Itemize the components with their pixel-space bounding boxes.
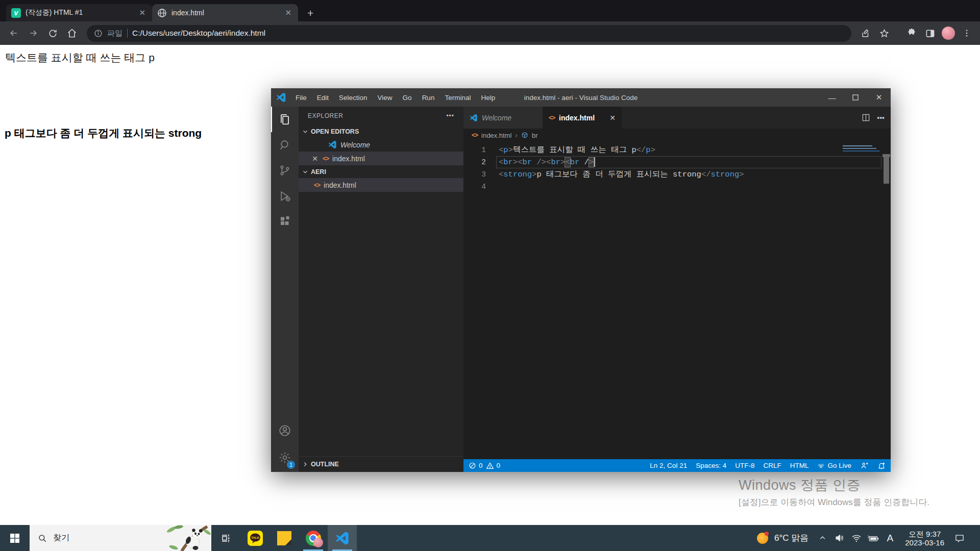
indentation[interactable]: Spaces: 4 [696, 462, 726, 469]
weather-text[interactable]: 6°C 맑음 [774, 532, 808, 544]
run-debug-icon[interactable] [271, 183, 299, 209]
search-icon[interactable] [271, 132, 299, 158]
open-editors-section[interactable]: OPEN EDITORS [299, 125, 463, 138]
address-bar[interactable]: 파일 C:/Users/user/Desktop/aeri/index.html [87, 25, 851, 42]
battery-icon[interactable] [866, 533, 880, 543]
browser-tab-indexhtml[interactable]: index.html ✕ [152, 4, 298, 21]
warnings-indicator[interactable]: 0 [486, 462, 501, 470]
menu-file[interactable]: File [290, 94, 312, 102]
vscode-titlebar[interactable]: File Edit Selection View Go Run Terminal… [271, 88, 891, 107]
editor-tab-indexhtml[interactable]: <> index.html ✕ [543, 107, 622, 129]
tab-close-icon[interactable]: ✕ [283, 8, 293, 17]
go-live-button[interactable]: Go Live [817, 462, 851, 469]
folder-section-aeri[interactable]: AERI [299, 165, 463, 178]
code-line-3[interactable]: 3<strong>p 태그보다 좀 더 두껍게 표시되는 strong</str… [463, 168, 891, 181]
taskbar-search-box[interactable]: 찾기 [30, 525, 211, 551]
bookmark-star-icon[interactable] [876, 25, 892, 41]
settings-gear-icon[interactable]: 1 [271, 443, 299, 472]
code-editor[interactable]: 1<p>텍스트를 표시할 때 쓰는 태그 p</p> 2<br><br /><b… [463, 142, 891, 459]
vscode-window: File Edit Selection View Go Run Terminal… [271, 88, 891, 472]
reload-icon[interactable] [44, 24, 61, 42]
code-line-2[interactable]: 2<br><br /><br><br /> [463, 156, 891, 168]
sticky-notes-button[interactable] [270, 525, 299, 551]
chrome-button[interactable] [299, 525, 328, 551]
browser-menu-kebab-icon[interactable] [959, 25, 975, 41]
svg-text:TALK: TALK [251, 536, 259, 539]
page-paragraph-text: 텍스트를 표시할 때 쓰는 태그 p [5, 51, 155, 65]
menu-edit[interactable]: Edit [312, 94, 334, 102]
browser-toolbar: 파일 C:/Users/user/Desktop/aeri/index.html [0, 21, 980, 45]
wifi-icon[interactable] [849, 533, 863, 543]
windows-activation-watermark: Windows 정품 인증 [설정]으로 이동하여 Windows를 정품 인증… [739, 476, 929, 508]
feedback-icon[interactable] [860, 461, 869, 470]
open-editor-welcome[interactable]: Welcome [299, 138, 463, 152]
close-tab-icon[interactable]: ✕ [609, 114, 616, 122]
open-editor-indexhtml[interactable]: ✕ <> index.html [299, 152, 463, 165]
profile-avatar[interactable] [940, 25, 957, 41]
eol-sequence[interactable]: CRLF [763, 462, 781, 469]
breadcrumb-symbol[interactable]: br [532, 132, 538, 139]
broadcast-icon [817, 462, 825, 469]
outline-section[interactable]: OUTLINE [299, 456, 463, 472]
menu-run[interactable]: Run [417, 94, 440, 102]
forward-icon[interactable] [24, 24, 42, 42]
globe-favicon [157, 8, 167, 18]
hidden-icons-chevron-icon[interactable] [816, 534, 829, 542]
share-icon[interactable] [857, 25, 874, 41]
code-line-4[interactable]: 4 [463, 181, 891, 193]
menu-terminal[interactable]: Terminal [439, 94, 476, 102]
start-button[interactable] [0, 525, 30, 551]
menu-go[interactable]: Go [398, 94, 417, 102]
explorer-icon[interactable] [271, 107, 299, 132]
encoding[interactable]: UTF-8 [735, 462, 754, 469]
close-editor-icon[interactable]: ✕ [311, 155, 319, 163]
info-icon[interactable] [94, 29, 103, 38]
close-icon[interactable]: ✕ [867, 88, 891, 107]
address-url[interactable]: C:/Users/user/Desktop/aeri/index.html [132, 29, 265, 38]
editor-more-actions-icon[interactable]: ••• [877, 114, 885, 122]
task-view-button[interactable] [211, 525, 240, 551]
back-icon[interactable] [5, 24, 22, 42]
tab-close-icon[interactable]: ✕ [137, 8, 147, 17]
menu-help[interactable]: Help [476, 94, 500, 102]
minimize-icon[interactable]: — [820, 88, 844, 107]
file-indexhtml[interactable]: <> index.html [299, 178, 463, 192]
browser-tab-velog[interactable]: v (작성중) HTML #1 ✕ [6, 4, 152, 21]
maximize-icon[interactable] [844, 88, 867, 107]
line-number: 4 [463, 181, 499, 193]
code-line-1[interactable]: 1<p>텍스트를 표시할 때 쓰는 태그 p</p> [463, 144, 891, 156]
kakaotalk-button[interactable]: TALK [240, 525, 270, 551]
editor-scrollbar[interactable] [884, 157, 889, 184]
weather-sun-icon[interactable] [757, 533, 768, 544]
minimap[interactable] [843, 145, 879, 153]
menu-selection[interactable]: Selection [334, 94, 373, 102]
extensions-icon[interactable] [271, 209, 299, 234]
side-panel-icon[interactable] [922, 25, 938, 41]
extensions-puzzle-icon[interactable] [903, 25, 920, 41]
errors-indicator[interactable]: 0 [469, 462, 483, 469]
vscode-logo-icon [276, 92, 286, 103]
ime-indicator[interactable]: A [883, 533, 897, 544]
account-icon[interactable] [271, 418, 299, 443]
editor-tab-welcome[interactable]: Welcome [463, 107, 543, 129]
home-icon[interactable] [63, 24, 81, 42]
vscode-taskbar-button[interactable] [328, 525, 357, 551]
menu-view[interactable]: View [373, 94, 398, 102]
breadcrumb-file[interactable]: index.html [481, 132, 511, 139]
volume-icon[interactable] [832, 533, 846, 543]
taskbar-clock[interactable]: 오전 9:37 2023-03-16 [905, 530, 944, 547]
language-mode[interactable]: HTML [790, 462, 809, 469]
time: 오전 9:37 [905, 530, 944, 538]
vscode-icon [335, 531, 350, 545]
explorer-more-actions-icon[interactable]: ••• [446, 112, 454, 119]
source-control-icon[interactable] [271, 158, 299, 183]
notifications-bell-icon[interactable] [877, 462, 886, 470]
page-strong-text: p 태그보다 좀 더 두껍게 표시되는 strong [5, 126, 202, 140]
line-number: 1 [463, 144, 499, 156]
action-center-icon[interactable] [952, 533, 966, 543]
new-tab-button[interactable]: + [304, 7, 316, 21]
split-editor-icon[interactable] [862, 114, 870, 121]
search-highlight-panda-image[interactable] [166, 525, 211, 551]
settings-badge: 1 [287, 461, 295, 469]
cursor-position[interactable]: Ln 2, Col 21 [650, 462, 687, 469]
